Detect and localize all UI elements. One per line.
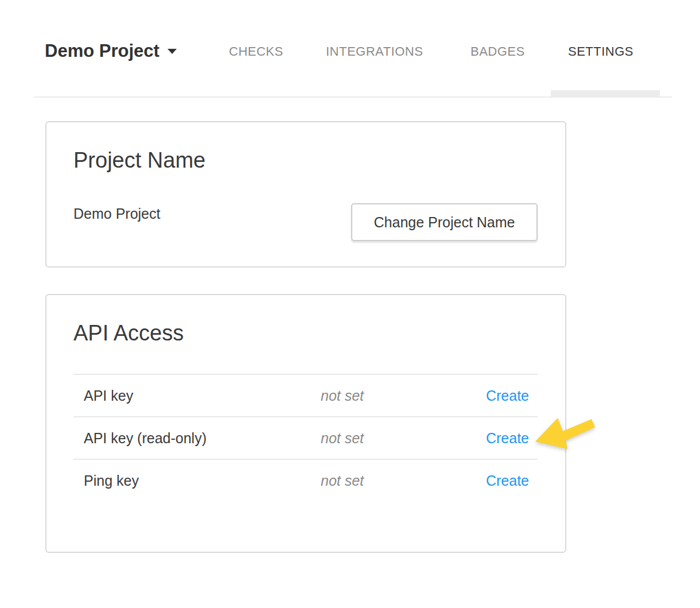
api-key-value: not set: [321, 388, 486, 404]
tab-badges[interactable]: BADGES: [470, 44, 525, 59]
nav-divider: [34, 96, 672, 98]
row-api-key: API key not set Create: [73, 374, 538, 416]
ping-key-create-link[interactable]: Create: [486, 473, 538, 489]
api-keys-table: API key not set Create API key (read-onl…: [73, 374, 538, 501]
caret-down-icon: [168, 49, 177, 54]
tab-settings[interactable]: SETTINGS: [568, 44, 633, 59]
project-name-card: Project Name Demo Project Change Project…: [45, 121, 566, 268]
api-key-create-link[interactable]: Create: [486, 388, 538, 404]
api-key-read-only-create-link[interactable]: Create: [486, 430, 538, 447]
project-name-card-title: Project Name: [73, 146, 205, 174]
api-key-read-only-value: not set: [321, 430, 486, 447]
row-api-key-read-only: API key (read-only) not set Create: [73, 416, 538, 459]
ping-key-value: not set: [321, 473, 486, 489]
tab-checks[interactable]: CHECKS: [229, 44, 283, 59]
api-key-read-only-label: API key (read-only): [84, 430, 321, 447]
project-switcher[interactable]: Demo Project: [45, 40, 177, 62]
current-project-name: Demo Project: [73, 204, 160, 223]
project-switcher-label: Demo Project: [45, 41, 160, 61]
tab-integrations[interactable]: INTEGRATIONS: [326, 44, 423, 59]
row-ping-key: Ping key not set Create: [73, 459, 538, 501]
api-access-card: API Access API key not set Create API ke…: [45, 294, 566, 553]
project-settings-page: Demo Project CHECKS INTEGRATIONS BADGES …: [0, 0, 700, 608]
change-project-name-button[interactable]: Change Project Name: [351, 203, 538, 241]
api-key-label: API key: [84, 388, 321, 404]
ping-key-label: Ping key: [84, 473, 321, 489]
api-access-card-title: API Access: [73, 319, 184, 347]
